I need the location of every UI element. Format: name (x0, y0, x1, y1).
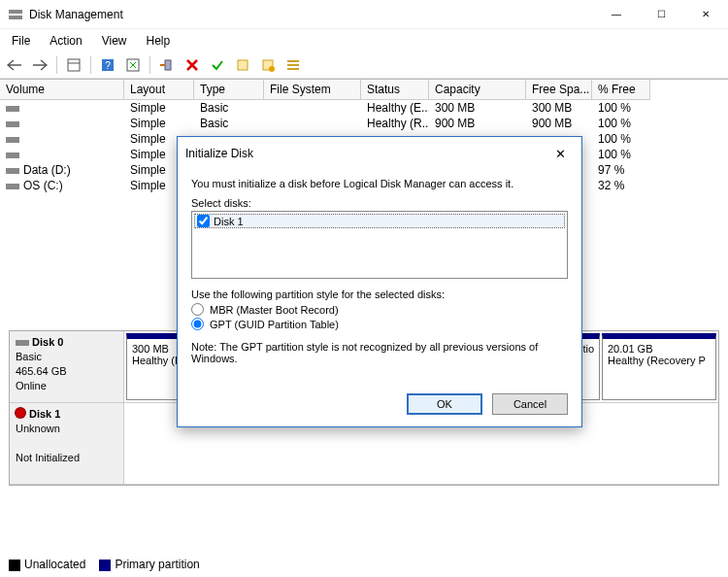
app-icon (8, 7, 23, 22)
col-type[interactable]: Type (194, 80, 264, 100)
disk-checkbox-row[interactable]: Disk 1 (194, 214, 565, 228)
toolbar: ? (0, 52, 728, 79)
disk-list: Disk 1 (191, 211, 568, 279)
svg-rect-8 (238, 60, 248, 70)
col-filesystem[interactable]: File System (264, 80, 361, 100)
dialog-note: Note: The GPT partition style is not rec… (191, 341, 568, 364)
minimize-button[interactable]: — (594, 0, 639, 29)
svg-text:?: ? (105, 60, 111, 71)
svg-point-10 (269, 66, 275, 72)
svg-rect-19 (6, 184, 19, 189)
gpt-radio[interactable] (191, 318, 204, 330)
col-pct[interactable]: % Free (592, 80, 650, 100)
check-icon[interactable] (207, 54, 228, 76)
disk-info-0: Disk 0 Basic 465.64 GB Online (10, 331, 124, 402)
mbr-radio[interactable] (191, 303, 204, 316)
disk1-checkbox[interactable] (197, 215, 210, 227)
disk0-type: Basic (16, 351, 42, 362)
close-button[interactable]: ✕ (683, 0, 728, 29)
volume-row[interactable]: SimpleBasicHealthy (R...900 MB900 MB100 … (0, 116, 728, 131)
refresh-icon[interactable] (122, 54, 144, 76)
svg-rect-15 (6, 121, 19, 127)
gpt-label: GPT (GUID Partition Table) (210, 319, 339, 330)
partition[interactable]: 300 MB Healthy (E (126, 333, 184, 400)
new-icon[interactable] (232, 54, 253, 76)
disk0-size: 465.64 GB (16, 365, 67, 377)
delete-icon[interactable] (182, 54, 203, 76)
col-layout[interactable]: Layout (124, 80, 194, 100)
disk1-name: Disk 1 (29, 408, 60, 420)
primary-swatch (99, 560, 111, 571)
menu-bar: File Action View Help (0, 29, 728, 52)
volume-row[interactable]: SimpleBasicHealthy (E...300 MB300 MB100 … (0, 100, 728, 116)
disk1-label: Disk 1 (214, 216, 244, 227)
col-volume[interactable]: Volume (0, 80, 124, 100)
cancel-button[interactable]: Cancel (492, 393, 568, 415)
show-hide-icon[interactable] (63, 54, 84, 76)
volume-list-header: Volume Layout Type File System Status Ca… (0, 80, 728, 100)
gpt-radio-row[interactable]: GPT (GUID Partition Table) (191, 317, 568, 331)
svg-rect-14 (6, 106, 19, 112)
mbr-label: MBR (Master Boot Record) (210, 304, 339, 316)
window-title: Disk Management (29, 8, 594, 21)
svg-rect-1 (9, 16, 22, 19)
svg-rect-7 (165, 60, 171, 70)
help-icon[interactable]: ? (97, 54, 118, 76)
initialize-disk-dialog: Initialize Disk ✕ You must initialize a … (177, 136, 582, 427)
menu-view[interactable]: View (94, 31, 135, 51)
main-titlebar: Disk Management — ☐ ✕ (0, 0, 728, 29)
svg-rect-2 (68, 59, 80, 71)
dialog-message: You must initialize a disk before Logica… (191, 178, 568, 189)
svg-rect-11 (287, 60, 299, 62)
col-free[interactable]: Free Spa... (526, 80, 592, 100)
svg-rect-0 (9, 10, 22, 14)
svg-rect-16 (6, 137, 19, 143)
menu-file[interactable]: File (4, 31, 38, 51)
legend-primary: Primary partition (115, 558, 199, 571)
partition[interactable]: 20.01 GB Healthy (Recovery P (602, 333, 716, 400)
svg-rect-12 (287, 64, 299, 66)
svg-rect-13 (287, 68, 299, 70)
disk-info-1: Disk 1 Unknown Not Initialized (10, 403, 124, 484)
svg-rect-17 (6, 153, 19, 158)
forward-icon[interactable] (29, 54, 50, 76)
ok-button[interactable]: OK (407, 393, 482, 415)
select-disks-label: Select disks: (191, 197, 568, 209)
maximize-button[interactable]: ☐ (639, 0, 683, 29)
list-icon[interactable] (282, 54, 304, 76)
unallocated-swatch (9, 560, 20, 571)
dialog-title: Initialize Disk (185, 147, 546, 160)
dialog-close-button[interactable]: ✕ (546, 143, 574, 164)
properties-icon[interactable] (257, 54, 279, 76)
mbr-radio-row[interactable]: MBR (Master Boot Record) (191, 302, 568, 317)
menu-help[interactable]: Help (139, 31, 179, 51)
col-status[interactable]: Status (361, 80, 429, 100)
svg-rect-20 (16, 340, 29, 346)
partition-style-label: Use the following partition style for th… (191, 288, 568, 300)
disk1-type: Unknown (16, 423, 60, 434)
menu-action[interactable]: Action (42, 31, 89, 51)
svg-rect-18 (6, 168, 19, 174)
action-icon[interactable] (156, 54, 178, 76)
legend: Unallocated Primary partition (9, 558, 200, 571)
col-capacity[interactable]: Capacity (429, 80, 526, 100)
disk0-status: Online (16, 380, 47, 391)
disk0-name: Disk 0 (32, 336, 63, 348)
legend-unallocated: Unallocated (24, 558, 85, 571)
back-icon[interactable] (4, 54, 25, 76)
disk1-status: Not Initialized (16, 452, 80, 463)
